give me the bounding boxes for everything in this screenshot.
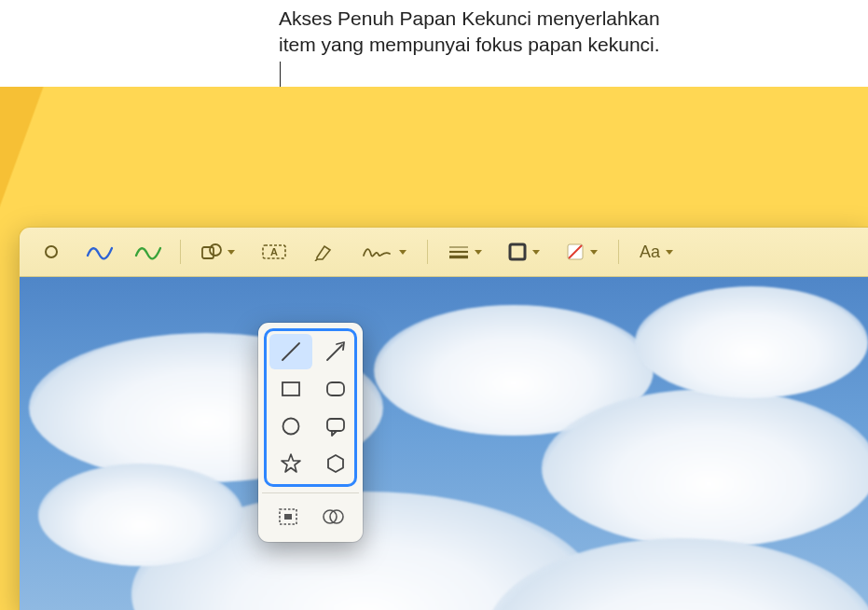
line-icon [279, 340, 303, 364]
desktop-background: A [0, 87, 868, 610]
star-icon [279, 451, 303, 476]
toolbar-separator [618, 240, 619, 264]
shape-oval[interactable] [269, 409, 312, 444]
mask-icon [277, 506, 299, 527]
shapes-focus-group [264, 328, 357, 487]
shape-mask[interactable] [267, 501, 310, 533]
draw-blue-button[interactable] [77, 236, 122, 268]
text-style-button[interactable]: Aa [628, 236, 684, 268]
signature-icon [362, 243, 393, 261]
popover-extras [264, 499, 357, 536]
cloud-decoration [542, 389, 868, 548]
svg-rect-17 [284, 514, 292, 520]
svg-text:A: A [270, 246, 278, 257]
text-box-icon: A [261, 243, 287, 261]
oval-icon [279, 414, 303, 438]
callout-line2: item yang mempunyai fokus papan kekunci. [279, 32, 660, 58]
svg-rect-7 [510, 244, 525, 259]
stroke-color-button[interactable] [497, 236, 551, 268]
draw-green-button[interactable] [126, 236, 171, 268]
popover-separator [262, 492, 359, 493]
text-box-button[interactable]: A [250, 236, 298, 268]
shape-line[interactable] [269, 334, 312, 369]
line-style-icon [448, 244, 469, 259]
fill-color-button[interactable] [555, 236, 609, 268]
shapes-icon [201, 243, 222, 261]
shape-arrow[interactable] [314, 334, 357, 369]
shape-hexagon[interactable] [314, 446, 357, 481]
callout-line1: Akses Penuh Papan Kekunci menyerlahkan [279, 6, 660, 32]
svg-point-1 [210, 244, 221, 256]
line-style-button[interactable] [437, 236, 493, 268]
stroke-color-icon [508, 243, 527, 261]
squiggle-blue-icon [86, 243, 114, 261]
signature-button[interactable] [351, 236, 418, 268]
highlight-icon [313, 243, 336, 261]
toolbar-separator [427, 240, 428, 264]
hexagon-icon [324, 451, 348, 476]
svg-point-14 [283, 419, 299, 435]
svg-rect-12 [282, 382, 299, 395]
callout-text: Akses Penuh Papan Kekunci menyerlahkan i… [279, 6, 660, 59]
loupe-icon [322, 506, 344, 527]
svg-line-11 [327, 345, 342, 360]
shapes-popover [258, 323, 363, 542]
svg-rect-15 [327, 419, 344, 431]
image-canvas[interactable] [20, 277, 868, 610]
rounded-rectangle-icon [324, 377, 348, 401]
squiggle-green-icon [134, 243, 162, 261]
cloud-decoration [38, 464, 243, 566]
arrow-icon [324, 340, 348, 364]
toolbar-separator [180, 240, 181, 264]
speech-bubble-icon [324, 414, 348, 438]
shape-star[interactable] [269, 446, 312, 481]
selection-icon [45, 245, 58, 258]
text-style-label: Aa [640, 243, 660, 262]
highlight-button[interactable] [302, 236, 347, 268]
shape-speech-bubble[interactable] [314, 409, 357, 444]
cloud-decoration [635, 286, 868, 398]
fill-color-icon [566, 243, 585, 261]
shape-rounded-rectangle[interactable] [314, 371, 357, 407]
shapes-button[interactable] [190, 236, 246, 268]
markup-window: A [19, 227, 868, 610]
svg-rect-13 [327, 382, 344, 395]
shape-loupe[interactable] [311, 501, 354, 533]
svg-line-10 [282, 343, 299, 360]
rectangle-icon [279, 377, 303, 401]
shape-rectangle[interactable] [269, 371, 312, 407]
markup-toolbar: A [20, 228, 868, 277]
svg-rect-0 [202, 247, 214, 258]
selection-tool-button[interactable] [29, 236, 74, 268]
